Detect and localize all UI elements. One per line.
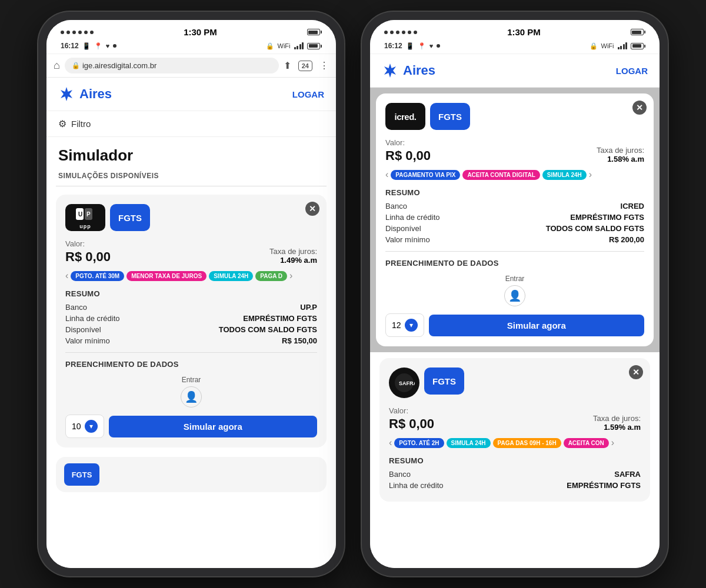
fgts-text-safra: FGTS	[432, 376, 456, 386]
heart-icon: ♥	[106, 42, 110, 49]
close-button-modal[interactable]: ✕	[632, 101, 647, 115]
safra-tag-paga: PAGA DAS 09H - 16H	[493, 438, 561, 448]
modal-resumo-banco: Banco ICRED	[385, 202, 644, 211]
modal-banco-label: Banco	[385, 202, 407, 211]
signal-bars	[294, 42, 304, 49]
url-bar[interactable]: 🔒 ige.airesdigital.com.br	[65, 58, 279, 74]
safra-card-logos: SAFRA FGTS	[389, 368, 641, 398]
tags-next-1[interactable]: ›	[289, 270, 292, 281]
url-lock-icon: 🔒	[72, 62, 80, 69]
tab-count[interactable]: 24	[298, 61, 312, 71]
browser-bar: ⌂ 🔒 ige.airesdigital.com.br ⬆ 24 ⋮	[46, 54, 336, 78]
modal-simular-button[interactable]: Simular agora	[429, 315, 644, 336]
logar-button-left[interactable]: LOGAR	[292, 89, 324, 99]
safra-tags-prev[interactable]: ‹	[389, 437, 392, 448]
safra-banco-label: Banco	[389, 470, 411, 479]
resumo-linha-value: EMPRÉSTIMO FGTS	[243, 314, 317, 323]
filter-icon: ⚙	[58, 118, 66, 129]
modal-linha-label: Linha de crédito	[385, 213, 440, 222]
resumo-banco-value: UP.P	[300, 303, 317, 312]
fgts-text: FGTS	[118, 213, 142, 223]
modal-entrar-section: Entrar 👤	[385, 275, 644, 306]
safra-linha-value: EMPRÉSTIMO FGTS	[567, 481, 641, 490]
wifi-icon-r: WiFi	[601, 42, 614, 49]
modal-tags-next[interactable]: ›	[589, 169, 592, 180]
status-icons-right	[631, 29, 645, 35]
modal-tag-conta: ACEITA CONTA DIGITAL	[462, 170, 540, 180]
safra-resumo-linha: Linha de crédito EMPRÉSTIMO FGTS	[389, 481, 641, 490]
safra-tags-next[interactable]: ›	[611, 437, 614, 448]
modal-taxa-value: 1.58% a.m	[597, 155, 644, 163]
safra-valor-value: R$ 0,00	[389, 416, 434, 432]
taxa-value-1: 1.49% a.m	[269, 256, 317, 265]
valor-label-1: Valor:	[65, 239, 111, 248]
modal-user-icon[interactable]: 👤	[504, 285, 525, 306]
logar-button-right[interactable]: LOGAR	[616, 66, 648, 76]
home-icon[interactable]: ⌂	[54, 59, 60, 72]
simulation-card-1: ✕ U P upp	[56, 195, 327, 447]
parcelas-select-1[interactable]: 10 ▾	[65, 415, 104, 438]
aires-logo-left: Aires	[58, 86, 112, 102]
more-menu-icon[interactable]: ⋮	[319, 60, 329, 71]
safra-taxa-value: 1.59% a.m	[593, 423, 641, 432]
icred-text: icred.	[394, 112, 416, 122]
notif-time-right: 16:12	[384, 42, 402, 50]
tags-row-1: ‹ PGTO. ATÉ 30M MENOR TAXA DE JUROS SIMU…	[65, 270, 317, 281]
modal-parcelas-value: 12	[392, 320, 401, 330]
lock-icon: 🔒	[266, 42, 274, 50]
status-icons-left	[307, 29, 322, 35]
modal-resumo-disp: Disponível TODOS COM SALDO FGTS	[385, 224, 644, 233]
close-button-1[interactable]: ✕	[305, 202, 319, 216]
preench-title-1: PREENCHIMENTO DE DADOS	[65, 360, 317, 369]
resumo-disp-value: TODOS COM SALDO FGTS	[219, 325, 317, 334]
safra-tags-row: ‹ PGTO. ATÉ 2H SIMULA 24H PAGA DAS 09H -…	[389, 437, 641, 448]
modal-tags-row: ‹ PAGAMENTO VIA PIX ACEITA CONTA DIGITAL…	[385, 169, 644, 180]
simulation-card-safra: ✕ SAFRA FGTS Valor:	[379, 358, 650, 502]
resumo-disp-label: Disponível	[65, 325, 101, 334]
share-icon[interactable]: ⬆	[284, 60, 291, 71]
svg-text:SAFRA: SAFRA	[399, 380, 415, 386]
app-header-left: Aires LOGAR	[46, 78, 336, 111]
aires-brand-text-r: Aires	[403, 63, 435, 78]
resumo-row-minimo: Valor mínimo R$ 150,00	[65, 336, 317, 345]
resumo-title-1: RESUMO	[65, 289, 317, 298]
notification-bar-right: 16:12 📱 📍 ♥ 🔒 WiFi	[370, 39, 660, 54]
valor-value-1: R$ 0,00	[65, 249, 111, 265]
lock-icon-r: 🔒	[590, 42, 598, 50]
notification-bar-left: 16:12 📱 📍 ♥ 🔒 WiFi	[46, 39, 336, 54]
modal-min-value: R$ 200,00	[609, 235, 644, 244]
fgts-text-modal: FGTS	[438, 112, 462, 122]
tag-simula: SIMULA 24H	[209, 271, 253, 281]
modal-resumo-linha: Linha de crédito EMPRÉSTIMO FGTS	[385, 213, 644, 222]
parcelas-value-1: 10	[72, 422, 81, 431]
aires-star-icon	[58, 86, 75, 102]
battery-icon-notif	[307, 43, 322, 49]
user-icon-1[interactable]: 👤	[181, 386, 202, 407]
section-label: SIMULAÇÕES DISPONÍVEIS	[46, 169, 336, 186]
left-phone: 1:30 PM 16:12 📱 📍 ♥ 🔒 WiFi	[38, 12, 344, 576]
location-icon: 📍	[94, 42, 102, 50]
close-button-safra[interactable]: ✕	[629, 365, 643, 379]
fgts-bank-logo-modal: FGTS	[430, 103, 470, 130]
status-time-left: 1:30 PM	[184, 27, 217, 37]
fgts-bank-logo-safra: FGTS	[424, 368, 464, 395]
heart-icon-r: ♥	[429, 42, 434, 49]
modal-parcelas-select[interactable]: 12 ▾	[385, 313, 424, 337]
modal-tags-prev[interactable]: ‹	[385, 169, 388, 180]
safra-bank-logo: SAFRA	[389, 368, 419, 398]
modal-resumo-min: Valor mínimo R$ 200,00	[385, 235, 644, 244]
battery-icon-right	[631, 29, 645, 35]
filter-label[interactable]: Filtro	[71, 119, 91, 129]
modal-linha-value: EMPRÉSTIMO FGTS	[570, 213, 644, 222]
modal-tag-simula: SIMULA 24H	[542, 170, 587, 180]
resumo-row-disponivel: Disponível TODOS COM SALDO FGTS	[65, 325, 317, 334]
safra-taxa-label: Taxa de juros:	[593, 414, 641, 423]
tags-prev-1[interactable]: ‹	[65, 270, 68, 281]
modal-disp-value: TODOS COM SALDO FGTS	[546, 224, 644, 233]
modal-min-label: Valor mínimo	[385, 235, 430, 244]
simular-button-1[interactable]: Simular agora	[109, 416, 317, 437]
battery-icon-notif-r	[631, 43, 645, 49]
status-bar-right: 1:30 PM	[370, 20, 660, 39]
whatsapp-icon-r: 📱	[406, 42, 414, 50]
url-text: ige.airesdigital.com.br	[82, 61, 156, 70]
